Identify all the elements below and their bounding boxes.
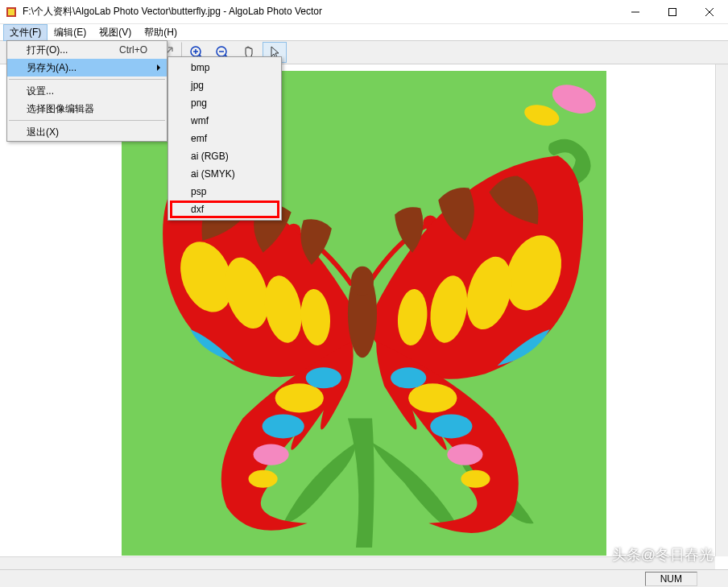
file-menu-dropdown: 打开(O)... Ctrl+O 另存为(A)... 设置... 选择图像编辑器 …	[6, 40, 168, 142]
window-title: F:\个人资料\AlgoLab Photo Vector\butterfly.j…	[23, 5, 617, 19]
menu-divider	[9, 79, 165, 80]
submenu-arrow-icon	[157, 64, 160, 71]
vertical-scrollbar[interactable]	[715, 64, 728, 556]
horizontal-scrollbar[interactable]	[0, 556, 715, 569]
maximize-button[interactable]	[654, 0, 691, 23]
menu-item-save-as[interactable]: 另存为(A)...	[7, 59, 167, 76]
svg-point-34	[408, 383, 457, 412]
svg-point-37	[461, 470, 490, 488]
svg-rect-1	[8, 9, 14, 15]
menu-item-open[interactable]: 打开(O)... Ctrl+O	[7, 41, 167, 59]
minimize-button[interactable]	[617, 0, 654, 23]
menu-help[interactable]: 帮助(H)	[138, 24, 184, 41]
submenu-item-bmp[interactable]: bmp	[168, 59, 281, 76]
svg-point-35	[430, 414, 472, 438]
app-icon	[5, 6, 18, 19]
svg-point-31	[254, 444, 289, 465]
menu-file[interactable]: 文件(F)	[3, 24, 48, 41]
status-bar: NUM	[0, 569, 728, 587]
submenu-item-dxf[interactable]: dxf	[170, 200, 279, 218]
menu-shortcut: Ctrl+O	[119, 44, 147, 56]
menu-item-settings[interactable]: 设置...	[7, 82, 167, 100]
submenu-item-emf[interactable]: emf	[168, 130, 281, 147]
menu-item-label: 退出(X)	[27, 126, 59, 139]
submenu-item-wmf[interactable]: wmf	[168, 112, 281, 130]
submenu-item-ai-smyk[interactable]: ai (SMYK)	[168, 165, 281, 183]
svg-point-29	[275, 383, 324, 412]
submenu-item-psp[interactable]: psp	[168, 183, 281, 200]
title-bar: F:\个人资料\AlgoLab Photo Vector\butterfly.j…	[0, 0, 728, 24]
submenu-item-jpg[interactable]: jpg	[168, 76, 281, 94]
submenu-item-png[interactable]: png	[168, 94, 281, 112]
menu-edit[interactable]: 编辑(E)	[48, 24, 93, 41]
save-as-submenu: bmp jpg png wmf emf ai (RGB) ai (SMYK) p…	[168, 56, 282, 221]
svg-point-38	[391, 367, 426, 388]
watermark-text: 头条@冬日春光	[612, 545, 714, 564]
svg-point-33	[306, 367, 341, 388]
svg-rect-3	[669, 8, 676, 15]
menu-item-label: 另存为(A)...	[27, 61, 77, 75]
menu-view[interactable]: 视图(V)	[93, 24, 138, 41]
menu-item-exit[interactable]: 退出(X)	[7, 123, 167, 141]
menu-item-label: 设置...	[27, 85, 54, 98]
svg-point-32	[249, 470, 278, 488]
menu-divider	[9, 120, 165, 121]
svg-point-36	[447, 444, 482, 465]
submenu-item-ai-rgb[interactable]: ai (RGB)	[168, 147, 281, 165]
svg-point-40	[351, 267, 374, 296]
menu-item-label: 选择图像编辑器	[27, 102, 94, 116]
menu-item-select-editor[interactable]: 选择图像编辑器	[7, 100, 167, 118]
status-num: NUM	[645, 572, 697, 586]
close-button[interactable]	[691, 0, 728, 23]
menu-bar: 文件(F) 编辑(E) 视图(V) 帮助(H)	[0, 24, 728, 40]
menu-item-label: 打开(O)...	[27, 43, 68, 57]
svg-point-30	[263, 414, 304, 438]
